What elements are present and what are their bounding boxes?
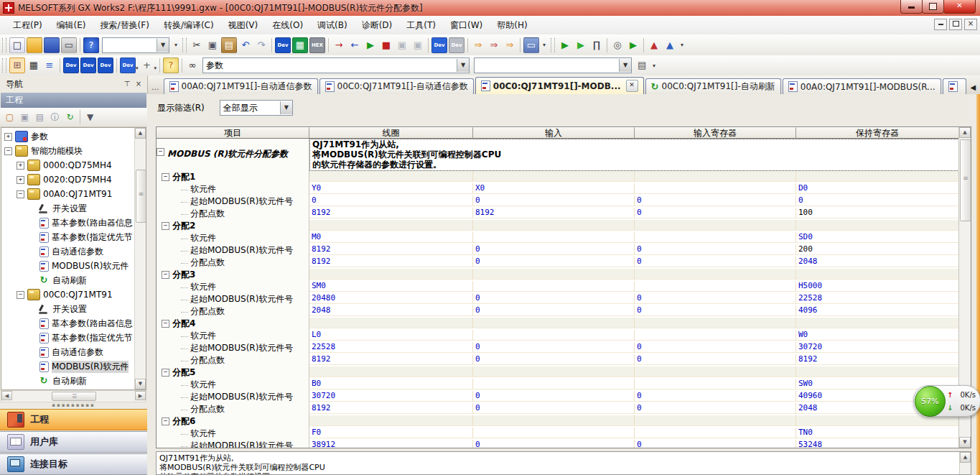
menu-item-5[interactable]: 在线(O) [265,17,310,34]
tree-expander-icon[interactable]: − [162,173,169,181]
value-cell[interactable]: 0 [635,244,796,255]
tree-expander-icon[interactable]: + [17,176,24,184]
paste-item-icon[interactable]: ▤ [33,111,47,124]
mdi-restore-button[interactable] [949,19,962,30]
tree-expander-icon[interactable]: − [17,190,24,198]
value-cell[interactable]: 0 [635,195,796,206]
tree-item--[interactable]: ↻自动刷新 [1,273,135,287]
save-icon[interactable] [44,37,60,53]
tree-expander-icon[interactable]: − [17,291,24,299]
tab-overflow-indicator[interactable]: ... [147,83,164,94]
value-cell[interactable]: H5000 [796,281,959,292]
dev-cross-icon[interactable]: + [140,58,154,73]
tree-expander-icon[interactable]: − [157,148,164,156]
value-cell[interactable]: 38912 [309,440,473,448]
item-info-icon[interactable]: ⓘ [48,111,62,124]
document-tab-2[interactable]: 00C0:QJ71MT91[]-MODB...✕ [475,77,644,94]
tree-item--[interactable]: 开关设置 [1,201,135,216]
tree-item--[interactable]: 开关设置 [1,302,135,316]
tree-expander-icon[interactable]: − [162,369,169,377]
device-monitor-off-icon[interactable]: Dev [449,37,465,53]
value-cell[interactable] [635,232,796,243]
dev-find-icon[interactable]: Dev [63,57,79,73]
scroll-left-icon[interactable]: ◀ [971,83,976,91]
toolbar-overflow-icon[interactable]: ▾ [653,63,655,69]
value-cell[interactable]: 2048 [796,257,959,267]
tree-item--[interactable]: −智能功能模块 [1,144,135,158]
read-from-plc-icon[interactable]: ← [347,38,362,52]
toolbar-overflow-icon[interactable]: ▾ [681,42,683,48]
value-cell[interactable]: 0 [473,244,635,255]
value-cell[interactable]: 8192 [473,208,635,218]
tree-item--[interactable]: 基本参数(指定优先节 [1,230,135,244]
outline-icon[interactable]: ≡ [42,58,57,73]
tree-item-0020-qd75mh4[interactable]: +0020:QD75MH4 [1,172,135,187]
value-cell[interactable]: 0 [635,391,796,402]
toolbar-dropdown[interactable]: ▼ [474,57,632,73]
project-tree-active-icon[interactable]: ⊞ [9,57,25,73]
tree-item-modbus-r-[interactable]: MODBUS(R)软元件 [1,359,135,374]
value-cell[interactable]: 30720 [796,342,959,353]
group-name-cell[interactable]: −分配4 [157,318,309,330]
column-header[interactable]: 输入寄存器 [635,127,796,139]
value-cell[interactable]: 8192 [309,208,473,218]
value-cell[interactable]: 20480 [309,293,473,304]
toolbar-grip[interactable] [2,38,6,52]
ladder-run-icon[interactable]: ▶ [558,38,572,52]
group-name-cell[interactable]: −分配3 [157,269,309,281]
mdi-minimize-button[interactable] [934,19,947,30]
value-cell[interactable]: F0 [309,428,473,438]
tree-item-00a0-qj71mt91[interactable]: −00A0:QJ71MT91 [1,187,135,201]
chevron-down-icon[interactable]: ▼ [619,59,631,72]
redo-icon[interactable]: ↷ [254,38,269,52]
scroll-left-icon[interactable]: ◀ [1,391,12,400]
value-cell[interactable]: 0 [473,342,635,353]
document-tab-3[interactable]: ↻00C0:QJ71MT91[]-自动刷新 [645,78,781,94]
menu-item-7[interactable]: 诊断(D) [355,17,400,34]
value-cell[interactable] [635,428,796,438]
group-name-cell[interactable]: −分配2 [157,220,309,232]
tree-expander-icon[interactable]: + [17,162,24,170]
value-cell[interactable]: 0 [635,305,796,316]
value-cell[interactable]: 0 [473,391,635,402]
value-cell[interactable]: 100 [796,208,959,218]
transfer-3-icon[interactable]: ⇒ [503,38,517,52]
value-cell[interactable] [635,330,796,341]
value-cell[interactable]: L0 [309,330,473,341]
value-cell[interactable] [473,379,635,389]
find-monitor-icon[interactable]: ◎ [610,38,625,52]
menu-item-6[interactable]: 调试(B) [310,17,355,34]
value-cell[interactable]: 0 [473,257,635,267]
tree-item--[interactable]: ↻自动刷新 [1,374,135,388]
value-cell[interactable]: 8192 [309,244,473,255]
splitter-grip[interactable]: ▪▪▪▪▪▪▪▪▪ [0,402,147,408]
graph-1-icon[interactable]: ▲ [647,38,661,52]
menu-item-9[interactable]: 窗口(W) [443,17,490,34]
tree-item--[interactable]: 基本参数(指定优先节 [1,331,135,345]
tree-expander-icon[interactable]: − [162,418,169,425]
value-cell[interactable]: 0 [473,440,635,448]
copy-icon[interactable]: ▣ [205,38,220,52]
tree-item-00c0-qj71mt91[interactable]: −00C0:QJ71MT91 [1,287,135,302]
scroll-up-icon[interactable]: ▲ [135,128,146,139]
scroll-up-icon[interactable]: ▲ [959,127,971,138]
tree-hscroll-thumb[interactable] [52,392,96,401]
new-item-icon[interactable]: ▢ [3,111,17,124]
value-cell[interactable]: 0 [635,257,796,267]
value-cell[interactable]: 0 [635,403,796,414]
column-header[interactable]: 项目 [157,127,309,139]
tree-expander-icon[interactable]: − [162,271,169,279]
scroll-up-icon[interactable]: ▲ [960,452,971,463]
menu-item-2[interactable]: 搜索/替换(F) [93,17,157,34]
value-cell[interactable] [635,183,796,194]
menu-item-4[interactable]: 视图(V) [221,17,266,34]
value-cell[interactable]: 0 [473,305,635,316]
device-test-icon[interactable]: ▦ [292,37,308,53]
ladder-step-icon[interactable]: ▶ [574,38,588,52]
value-cell[interactable]: Y0 [309,183,473,194]
value-cell[interactable] [473,330,635,341]
value-cell[interactable]: 22528 [796,293,959,304]
menu-item-1[interactable]: 编辑(E) [50,17,93,34]
device-hex-icon[interactable]: HEX [309,37,325,53]
document-tab-5[interactable] [943,78,966,94]
